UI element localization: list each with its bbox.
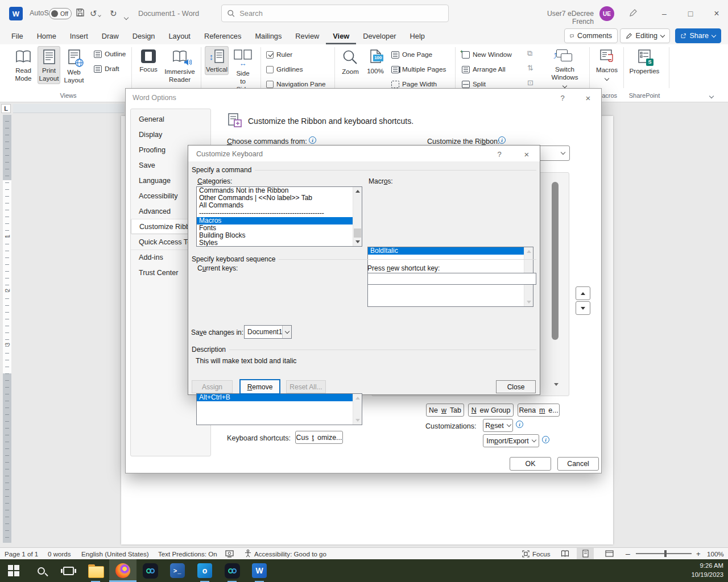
text-predictions-status[interactable]: Text Predictions: On bbox=[158, 548, 217, 559]
page-count[interactable]: Page 1 of 1 bbox=[5, 548, 38, 559]
switch-windows-button[interactable]: ⤴ Switch Windows bbox=[546, 46, 584, 91]
rename-button[interactable]: Rename... bbox=[518, 404, 560, 417]
outlook-icon[interactable]: o bbox=[191, 559, 218, 582]
page-width-button[interactable]: Page Width bbox=[391, 80, 437, 88]
close-dialog-button[interactable]: Close bbox=[496, 380, 536, 393]
split-button[interactable]: Split bbox=[462, 80, 486, 88]
import-export-button[interactable]: Import/Export bbox=[483, 434, 539, 447]
save-icon[interactable] bbox=[76, 8, 85, 19]
remove-button[interactable]: Remove bbox=[239, 379, 280, 394]
new-window-button[interactable]: + New Window bbox=[462, 51, 512, 59]
category-item[interactable]: ----------------------------------------… bbox=[197, 210, 353, 217]
ribbon-tab[interactable]: Developer bbox=[356, 27, 403, 44]
scrollbar-thumb[interactable] bbox=[552, 182, 559, 340]
webex-icon[interactable] bbox=[136, 559, 164, 582]
category-item[interactable]: Styles bbox=[197, 239, 353, 247]
redo-icon[interactable]: ↻ bbox=[110, 9, 117, 19]
scroll-up-arrow[interactable] bbox=[524, 247, 533, 256]
help-icon[interactable]: ? bbox=[555, 94, 570, 102]
ribbon-tab[interactable]: Insert bbox=[63, 27, 95, 44]
ribbon-tab[interactable]: Draw bbox=[95, 27, 126, 44]
categories-scrollbar[interactable] bbox=[353, 187, 362, 246]
immersive-reader-button[interactable]: Immersive Reader bbox=[163, 46, 196, 85]
options-nav-item[interactable]: General bbox=[131, 111, 210, 127]
macros-button[interactable]: Macros bbox=[594, 46, 620, 84]
chevron-down-icon[interactable] bbox=[282, 326, 291, 338]
read-mode-button[interactable]: Read Mode bbox=[10, 46, 36, 84]
task-view-button[interactable] bbox=[55, 559, 82, 582]
ok-button[interactable]: OK bbox=[510, 457, 551, 471]
assign-button[interactable]: Assign bbox=[192, 380, 233, 393]
close-icon[interactable]: × bbox=[581, 93, 595, 103]
collapse-ribbon-chevron-icon[interactable] bbox=[710, 90, 713, 100]
share-button[interactable]: Share bbox=[675, 28, 721, 43]
ribbon-tab[interactable]: Mailings bbox=[248, 27, 288, 44]
draft-button[interactable]: Draft bbox=[94, 65, 119, 73]
properties-button[interactable]: S Properties bbox=[628, 46, 661, 77]
scrollbar-thumb[interactable] bbox=[354, 228, 361, 238]
start-button[interactable] bbox=[0, 559, 27, 582]
ribbon-tab[interactable]: Help bbox=[403, 27, 432, 44]
scroll-down-arrow[interactable] bbox=[554, 386, 559, 396]
minimize-button[interactable]: – bbox=[652, 0, 677, 27]
close-button[interactable]: × bbox=[704, 0, 728, 27]
ribbon-tab[interactable]: File bbox=[5, 27, 30, 44]
comments-button[interactable]: Comments bbox=[564, 28, 618, 43]
text-predictions-icon[interactable] bbox=[225, 548, 234, 559]
info-icon[interactable]: i bbox=[498, 136, 506, 144]
ruler-checkbox[interactable]: Ruler bbox=[266, 51, 292, 59]
synchronous-scrolling-icon[interactable]: ⇅ bbox=[527, 64, 533, 72]
new-group-button[interactable]: New Group bbox=[468, 404, 514, 417]
zoom-button[interactable]: Zoom bbox=[339, 46, 362, 77]
move-up-button[interactable] bbox=[576, 286, 590, 300]
category-item[interactable]: Macros bbox=[197, 217, 353, 225]
ribbon-tab[interactable]: References bbox=[197, 27, 248, 44]
category-item[interactable]: Commands Not in the Ribbon bbox=[197, 187, 353, 194]
category-item[interactable]: Other Commands | <<No label>> Tab bbox=[197, 194, 353, 202]
scroll-down-arrow[interactable] bbox=[353, 238, 362, 246]
navigation-pane-checkbox[interactable]: Navigation Pane bbox=[266, 80, 326, 88]
scroll-up-arrow[interactable] bbox=[353, 394, 362, 402]
ribbon-tab[interactable]: Design bbox=[126, 27, 162, 44]
reset-dropdown-button[interactable]: Reset bbox=[483, 419, 513, 432]
ribbon-tab[interactable]: Home bbox=[30, 27, 63, 44]
pen-icon[interactable] bbox=[628, 9, 638, 20]
category-item[interactable]: All Commands bbox=[197, 202, 353, 209]
view-side-by-side-icon[interactable]: ⧉ bbox=[527, 49, 532, 57]
tab-stop-selector[interactable]: L bbox=[1, 104, 11, 113]
web-layout-view-button[interactable] bbox=[605, 548, 614, 559]
current-keys-scrollbar[interactable] bbox=[353, 394, 362, 425]
current-keys-listbox[interactable]: Alt+Ctrl+B bbox=[196, 393, 362, 425]
undo-icon[interactable]: ↺ bbox=[90, 9, 101, 19]
more-commands-chevron-icon[interactable] bbox=[125, 11, 128, 22]
scroll-up-arrow[interactable] bbox=[353, 187, 362, 196]
close-icon[interactable]: × bbox=[519, 149, 534, 159]
search-input[interactable] bbox=[239, 9, 442, 18]
macro-item[interactable]: BoldItalic bbox=[368, 247, 524, 255]
zoom-slider-thumb[interactable] bbox=[664, 550, 667, 557]
info-icon[interactable]: i bbox=[516, 421, 523, 428]
cancel-button[interactable]: Cancel bbox=[557, 457, 599, 471]
one-page-button[interactable]: One Page bbox=[391, 51, 432, 59]
taskbar-search-button[interactable] bbox=[27, 559, 55, 582]
vertical-button[interactable]: ↕ Vertical bbox=[205, 46, 229, 75]
info-icon[interactable]: i bbox=[542, 436, 549, 443]
gridlines-checkbox[interactable]: Gridlines bbox=[266, 65, 303, 73]
avatar[interactable]: UE bbox=[599, 6, 614, 21]
options-nav-item[interactable]: Display bbox=[131, 127, 210, 142]
ribbon-tab[interactable]: Layout bbox=[162, 27, 197, 44]
scroll-down-arrow[interactable] bbox=[353, 416, 362, 425]
firefox-icon[interactable] bbox=[109, 559, 136, 582]
print-layout-view-button[interactable] bbox=[577, 548, 594, 559]
word-taskbar-icon[interactable]: W bbox=[246, 559, 273, 582]
zoom-100-button[interactable]: 100 100% bbox=[365, 46, 386, 77]
webex-icon[interactable] bbox=[218, 559, 246, 582]
search-bar[interactable] bbox=[221, 5, 449, 22]
focus-button[interactable]: Focus bbox=[135, 46, 162, 75]
info-icon[interactable]: i bbox=[309, 136, 316, 144]
arrange-all-button[interactable]: Arrange All bbox=[462, 65, 506, 73]
print-layout-button[interactable]: Print Layout bbox=[38, 46, 60, 84]
powershell-icon[interactable]: >_ bbox=[164, 559, 191, 582]
current-key-item[interactable]: Alt+Ctrl+B bbox=[197, 394, 353, 401]
focus-mode-button[interactable]: Focus bbox=[522, 548, 551, 559]
